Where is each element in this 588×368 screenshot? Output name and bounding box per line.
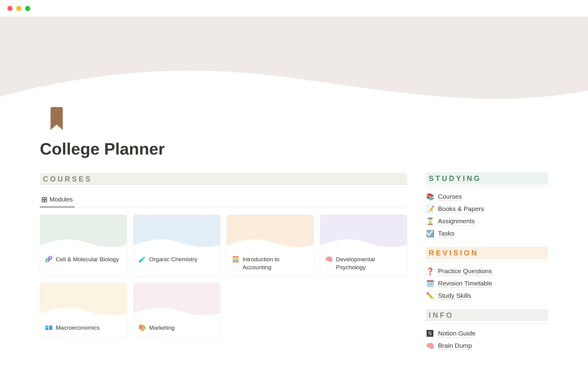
window-titlebar xyxy=(0,0,588,17)
svg-rect-1 xyxy=(45,197,47,199)
module-card[interactable]: 🧮Introduction to Accounting xyxy=(227,215,314,277)
svg-rect-3 xyxy=(45,200,47,202)
link-label: Books & Papers xyxy=(438,205,484,213)
close-window-button[interactable] xyxy=(7,6,13,11)
tab-label: Modules xyxy=(50,196,73,203)
svg-rect-2 xyxy=(42,200,44,202)
link-emoji-icon: 📚 xyxy=(426,193,434,201)
card-cover xyxy=(134,283,220,320)
link-label: Courses xyxy=(438,193,462,201)
maximize-window-button[interactable] xyxy=(25,6,30,11)
link-emoji-icon: ❓ xyxy=(426,267,434,275)
database-tabs: Modules xyxy=(40,194,407,207)
link-emoji-icon: 🗓️ xyxy=(426,280,434,288)
divider xyxy=(426,186,548,187)
svg-rect-0 xyxy=(42,197,44,199)
page-cover xyxy=(0,17,588,115)
link-label: Study Skills xyxy=(438,292,471,300)
link-emoji-icon: 🧠 xyxy=(426,342,434,350)
cover-wave-decoration xyxy=(0,60,588,115)
module-title: Macroeconomics xyxy=(56,324,100,332)
module-title: Introduction to Accounting xyxy=(243,255,309,271)
sidebar-link[interactable]: 📝Books & Papers xyxy=(426,205,548,213)
module-card[interactable]: 🧪Organic Chemistry xyxy=(133,215,221,277)
module-emoji-icon: 🧮 xyxy=(232,255,239,263)
link-emoji-icon: 🅽 xyxy=(426,330,434,338)
module-title: Marketing xyxy=(149,324,175,332)
module-card[interactable]: 🧠Developmental Psychology xyxy=(320,215,407,277)
divider xyxy=(426,323,548,324)
module-title: Developmental Psychology xyxy=(336,255,402,271)
link-label: Notion Guide xyxy=(438,330,476,338)
link-label: Practice Questions xyxy=(438,267,492,275)
card-cover xyxy=(227,215,314,251)
divider xyxy=(426,261,548,261)
module-emoji-icon: 🎨 xyxy=(138,324,146,331)
studying-links: 📚Courses📝Books & Papers⌛Assignments☑️Tas… xyxy=(426,193,548,238)
card-cover xyxy=(40,283,127,320)
card-cover xyxy=(40,215,127,251)
module-card[interactable]: 🎨Marketing xyxy=(133,283,221,338)
section-header-courses: COURSES xyxy=(40,173,407,185)
module-title: Cell & Molecular Biology xyxy=(56,255,119,263)
module-emoji-icon: 🧬 xyxy=(45,255,53,263)
module-emoji-icon: 💶 xyxy=(45,324,53,331)
tab-modules[interactable]: Modules xyxy=(40,194,75,207)
link-label: Assignments xyxy=(438,217,475,225)
modules-gallery: 🧬Cell & Molecular Biology🧪Organic Chemis… xyxy=(40,215,407,338)
link-emoji-icon: ⌛ xyxy=(426,217,434,225)
module-card[interactable]: 🧬Cell & Molecular Biology xyxy=(40,215,127,277)
sidebar-link[interactable]: ❓Practice Questions xyxy=(426,267,548,275)
module-emoji-icon: 🧪 xyxy=(138,255,146,263)
sidebar-link[interactable]: 🗓️Revision Timetable xyxy=(426,280,548,288)
gallery-view-icon xyxy=(42,197,47,202)
sidebar-link[interactable]: 🅽Notion Guide xyxy=(426,330,548,338)
module-card[interactable]: 💶Macroeconomics xyxy=(40,283,127,338)
sidebar-link[interactable]: ✏️Study Skills xyxy=(426,292,548,300)
module-emoji-icon: 🧠 xyxy=(325,255,333,263)
section-header-info: INFO xyxy=(426,309,548,321)
page-icon-bookmark[interactable] xyxy=(47,107,66,130)
sidebar-link[interactable]: 📚Courses xyxy=(426,193,548,201)
section-header-revision: REVISION xyxy=(426,247,548,259)
card-cover xyxy=(134,215,220,251)
link-label: Revision Timetable xyxy=(438,280,492,288)
sidebar-link[interactable]: 🧠Brain Dump xyxy=(426,342,548,350)
link-emoji-icon: ☑️ xyxy=(426,230,434,238)
minimize-window-button[interactable] xyxy=(16,6,21,11)
link-label: Brain Dump xyxy=(438,342,472,350)
module-title: Organic Chemistry xyxy=(149,255,197,263)
info-links: 🅽Notion Guide🧠Brain Dump xyxy=(426,330,548,350)
link-emoji-icon: 📝 xyxy=(426,205,434,213)
card-cover xyxy=(320,215,407,251)
link-emoji-icon: ✏️ xyxy=(426,292,434,300)
revision-links: ❓Practice Questions🗓️Revision Timetable✏… xyxy=(426,267,548,300)
sidebar-link[interactable]: ⌛Assignments xyxy=(426,217,548,225)
section-header-studying: STUDYING xyxy=(426,172,548,185)
divider xyxy=(40,187,407,187)
link-label: Tasks xyxy=(438,230,454,238)
page-title: College Planner xyxy=(40,139,407,158)
sidebar-link[interactable]: ☑️Tasks xyxy=(426,230,548,238)
